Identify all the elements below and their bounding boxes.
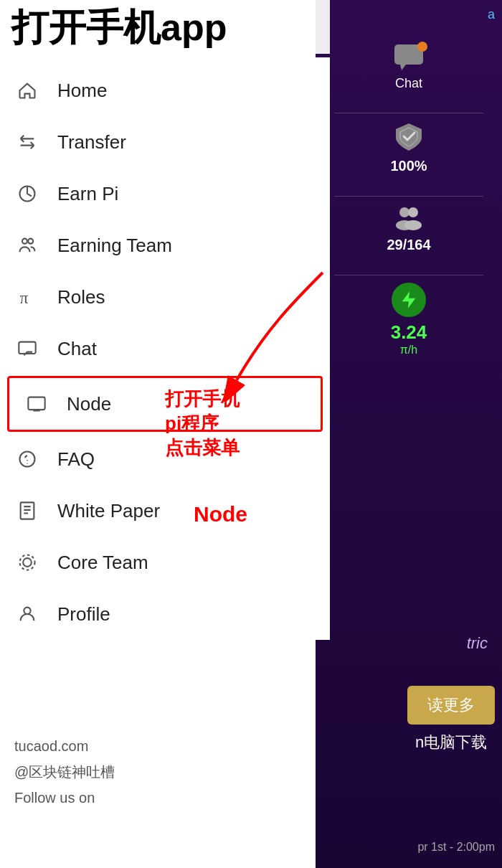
roles-icon: π (14, 284, 40, 310)
sidebar-item-core-team[interactable]: Core Team (0, 537, 330, 588)
sidebar-item-earn-pi[interactable]: Earn Pi (0, 168, 330, 220)
home-icon (14, 77, 40, 103)
earning-team-icon (14, 232, 40, 258)
svg-point-6 (20, 452, 35, 467)
core-team-icon (14, 549, 40, 575)
white-paper-icon (14, 498, 40, 524)
bolt-icon (392, 283, 426, 317)
chat-section[interactable]: Chat (393, 43, 425, 91)
shield-section: 100% (390, 121, 427, 174)
sidebar-item-faq[interactable]: FAQ (0, 433, 330, 485)
transfer-icon (14, 129, 40, 155)
sidebar-item-node[interactable]: Node (7, 376, 323, 432)
sidebar-item-chat[interactable]: Chat (0, 323, 330, 374)
chat-menu-icon (14, 336, 40, 362)
sidebar-item-label: Chat (57, 338, 97, 360)
svg-text:π: π (20, 288, 29, 307)
team-count: 29/164 (387, 237, 430, 253)
sidebar-item-label: Transfer (57, 131, 126, 154)
svg-point-13 (399, 207, 409, 217)
italic-label: tric (467, 634, 488, 653)
svg-point-16 (404, 220, 422, 230)
svg-marker-17 (402, 291, 416, 308)
svg-marker-12 (400, 65, 406, 70)
earn-pi-icon (14, 181, 40, 207)
svg-rect-7 (21, 502, 34, 519)
sidebar-item-earning-team[interactable]: Earning Team (0, 220, 330, 271)
divider3 (334, 275, 483, 275)
svg-point-2 (28, 239, 33, 244)
faq-icon (14, 446, 40, 472)
sidebar-item-label: Earn Pi (57, 183, 118, 205)
team-section: 29/164 (387, 204, 430, 253)
sidebar-item-label: Profile (57, 603, 110, 626)
earn-section: 3.24 π/h (391, 283, 427, 357)
earn-rate: 3.24 (391, 321, 427, 344)
menu-panel: Home Transfer Earn Pi Earning Team π Rol… (0, 57, 330, 640)
date-label: pr 1st - 2:00pm (417, 841, 495, 854)
earn-unit: π/h (400, 344, 417, 357)
svg-point-10 (24, 608, 30, 614)
sidebar-item-home[interactable]: Home (0, 65, 330, 116)
title-section: 打开手机app (0, 0, 330, 54)
svg-point-14 (408, 207, 418, 217)
sidebar-item-label: Core Team (57, 552, 148, 574)
page-title: 打开手机app (11, 7, 318, 48)
sidebar-item-label: Earning Team (57, 235, 172, 257)
download-label: n电脑下载 (415, 732, 487, 753)
sidebar-item-profile[interactable]: Profile (0, 588, 330, 640)
sidebar-item-label: Node (67, 393, 111, 415)
svg-point-9 (20, 555, 35, 570)
svg-point-1 (22, 239, 27, 244)
sidebar-item-label: Home (57, 80, 107, 102)
right-bottom-section: 读更多 n电脑下载 (407, 686, 495, 753)
sidebar-item-label: White Paper (57, 500, 160, 522)
footer-line1: tucaod.com (14, 733, 115, 759)
footer-section: tucaod.com @区块链神吐槽 Follow us on (14, 733, 115, 811)
node-icon (24, 391, 49, 417)
chat-label: Chat (395, 76, 422, 91)
svg-point-8 (23, 558, 32, 567)
sidebar-item-roles[interactable]: π Roles (0, 271, 330, 323)
sidebar-item-transfer[interactable]: Transfer (0, 116, 330, 168)
shield-icon (393, 121, 425, 155)
shield-percentage: 100% (390, 158, 427, 174)
chat-icon-wrap (393, 43, 425, 73)
sidebar-item-label: FAQ (57, 448, 95, 471)
divider2 (334, 196, 483, 197)
sidebar-item-label: Roles (57, 286, 105, 308)
team-icon (393, 204, 425, 234)
profile-icon (14, 601, 40, 627)
footer-line3: Follow us on (14, 785, 115, 811)
read-more-button[interactable]: 读更多 (407, 686, 495, 725)
svg-rect-5 (28, 397, 44, 410)
footer-line2: @区块链神吐槽 (14, 759, 115, 785)
sidebar-item-white-paper[interactable]: White Paper (0, 485, 330, 537)
divider (334, 113, 483, 113)
top-label: a (488, 7, 495, 22)
notification-dot (417, 42, 427, 52)
